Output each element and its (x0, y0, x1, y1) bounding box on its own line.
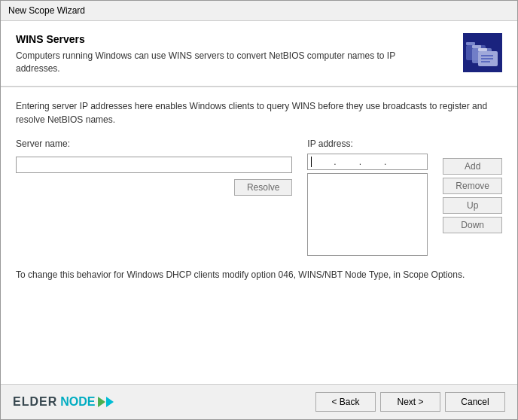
next-button[interactable]: Next > (380, 392, 440, 412)
header-title: WINS Servers (16, 33, 454, 45)
footer-logo: elder node (13, 395, 114, 409)
window-title: New Scope Wizard (8, 5, 85, 16)
title-bar: New Scope Wizard (1, 1, 517, 21)
right-buttons: Add Remove Up Down (443, 138, 502, 256)
server-name-label: Server name: (16, 138, 292, 149)
note-text: To change this behavior for Windows DHCP… (16, 268, 502, 282)
logo-elder-text: elder (13, 395, 57, 409)
cancel-button[interactable]: Cancel (445, 392, 505, 412)
ip-octet-3[interactable] (362, 157, 383, 167)
footer: elder node < Back Next > Cancel (1, 384, 517, 419)
footer-buttons: < Back Next > Cancel (315, 392, 505, 412)
resolve-btn-row: Resolve (16, 179, 292, 196)
folder-network-icon (465, 35, 501, 71)
arrow-cyan-icon (106, 397, 114, 407)
header-text: WINS Servers Computers running Windows c… (16, 33, 454, 75)
form-area: Server name: Resolve IP address: . . (16, 138, 502, 256)
logo-arrows (98, 397, 114, 407)
ip-octet-2[interactable] (337, 157, 358, 167)
header-description: Computers running Windows can use WINS s… (16, 50, 422, 75)
ip-address-label: IP address: (307, 138, 428, 149)
server-name-input[interactable] (16, 157, 292, 173)
info-text: Entering server IP addresses here enable… (16, 99, 502, 126)
up-button[interactable]: Up (443, 197, 502, 214)
down-button[interactable]: Down (443, 217, 502, 233)
ip-section: IP address: . . . (307, 138, 428, 256)
add-button[interactable]: Add (443, 158, 502, 175)
ip-input-row[interactable]: . . . (307, 154, 428, 170)
content-area: WINS Servers Computers running Windows c… (1, 21, 517, 384)
ip-list-box[interactable] (307, 173, 428, 256)
header-icon (463, 33, 502, 72)
server-name-section: Server name: Resolve (16, 138, 292, 256)
body-section: Entering server IP addresses here enable… (1, 87, 517, 384)
ip-octet-1[interactable] (312, 157, 333, 167)
arrow-green-icon (98, 397, 105, 407)
header-section: WINS Servers Computers running Windows c… (1, 21, 517, 87)
resolve-button[interactable]: Resolve (234, 179, 292, 196)
svg-rect-3 (472, 45, 481, 48)
svg-rect-1 (466, 42, 475, 45)
svg-rect-5 (478, 48, 487, 51)
logo-node-text: node (60, 395, 95, 409)
wizard-window: New Scope Wizard WINS Servers Computers … (0, 0, 518, 420)
back-button[interactable]: < Back (315, 392, 376, 412)
remove-button[interactable]: Remove (443, 178, 502, 194)
ip-octet-4[interactable] (387, 157, 408, 167)
